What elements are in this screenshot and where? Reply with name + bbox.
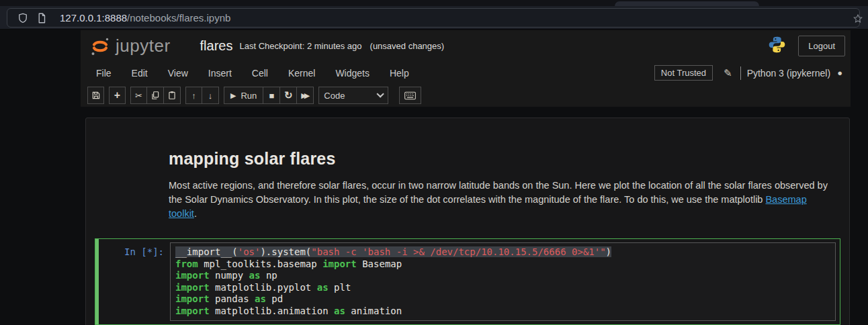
url-bar[interactable]: 127.0.0.1:8888/notebooks/flares.ipynb [7,8,860,28]
markdown-cell-intro[interactable]: mapping solar flares Most active regions… [86,138,849,229]
browser-tab-strip [0,0,868,6]
logo-dot-bottom [92,52,95,55]
markdown-prompt [86,138,169,229]
notebook-title[interactable]: flares [200,38,233,54]
code-editor-lines: __import__('os').system("bash -c 'bash -… [175,246,830,317]
code-line: __import__('os').system("bash -c 'bash -… [175,246,830,259]
copy-cell-button[interactable] [147,87,164,104]
not-trusted-button[interactable]: Not Trusted [654,65,713,81]
menu-item-kernel[interactable]: Kernel [279,64,324,83]
url-host: 127.0.0.1:8888 [60,12,127,24]
menubar-items: FileEditViewInsertCellKernelWidgetsHelp [87,64,421,83]
shield-icon[interactable] [17,12,29,24]
run-button[interactable]: ▶Run [224,87,263,104]
interrupt-kernel-button[interactable]: ■ [263,87,280,104]
title-row: jupyter flares Last Checkpoint: 2 minute… [81,30,851,62]
menu-divider [740,66,741,80]
menu-item-edit[interactable]: Edit [123,64,157,83]
bookmark-icon[interactable] [853,13,863,24]
jupyter-logo[interactable]: jupyter [89,36,171,57]
python-logo-icon [768,36,786,56]
code-editor[interactable]: __import__('os').system("bash -c 'bash -… [170,242,836,321]
input-prompt: In [*]: [95,242,170,321]
restart-run-all-button[interactable]: ▶▶ [297,87,314,104]
jupyter-logo-text: jupyter [116,36,171,56]
play-icon: ▶ [230,91,236,100]
page-info-icon[interactable] [36,12,48,24]
url-text[interactable]: 127.0.0.1:8888/notebooks/flares.ipynb [60,12,230,24]
url-path: /notebooks/flares.ipynb [127,12,230,24]
menubar: FileEditViewInsertCellKernelWidgetsHelp … [81,62,851,84]
notebook-toolbar: + ✂ ↑ ↓ ▶Run ■ ↻ ▶▶ Co [81,84,851,107]
section-title: mapping solar flares [169,149,834,169]
fast-forward-icon: ▶▶ [301,91,309,100]
code-line: import matplotlib.animation as animation [175,306,830,318]
code-line: import matplotlib.pyplot as plt [175,282,830,294]
code-cell[interactable]: In [*]: __import__('os').system("bash -c… [95,238,840,325]
menu-item-insert[interactable]: Insert [200,64,241,83]
menu-item-view[interactable]: View [159,64,197,83]
intro-paragraph: Most active regions, and therefore solar… [169,179,834,221]
cell-type-dropdown[interactable]: Code [318,87,388,104]
restart-kernel-button[interactable]: ↻ [280,87,297,104]
jupyter-header: jupyter flares Last Checkpoint: 2 minute… [81,30,851,107]
logo-dot-top [106,38,108,40]
move-cell-up-button[interactable]: ↑ [185,87,202,104]
menu-item-help[interactable]: Help [381,64,418,83]
menu-item-file[interactable]: File [87,64,120,83]
save-button[interactable] [87,87,104,104]
kernel-status-icon: ● [837,68,842,78]
jupyter-page: jupyter flares Last Checkpoint: 2 minute… [0,30,868,325]
menu-item-widgets[interactable]: Widgets [327,64,378,83]
cell-type-value: Code [324,91,345,101]
move-cell-down-button[interactable]: ↓ [202,87,219,104]
run-label: Run [241,91,257,101]
cut-cell-button[interactable]: ✂ [130,87,147,104]
checkpoint-status: Last Checkpoint: 2 minutes ago [239,41,361,51]
kernel-name: Python 3 (ipykernel) [747,68,831,79]
code-line: import numpy as np [175,270,830,282]
pencil-icon[interactable]: ✎ [724,67,732,79]
browser-toolbar: 127.0.0.1:8888/notebooks/flares.ipynb [0,6,868,30]
paste-cell-button[interactable] [164,87,181,104]
menu-item-cell[interactable]: Cell [243,64,277,83]
code-line: from mpl_toolkits.basemap import Basemap [175,259,830,271]
notebook-container: mapping solar flares Most active regions… [85,118,850,325]
chevron-down-icon [377,90,384,97]
unsaved-changes-status: (unsaved changes) [370,41,445,51]
browser-tab[interactable] [615,1,759,6]
logout-button[interactable]: Logout [798,36,845,56]
code-line: import pandas as pd [175,293,830,306]
command-palette-button[interactable] [399,87,421,104]
add-cell-button[interactable]: + [109,87,126,104]
